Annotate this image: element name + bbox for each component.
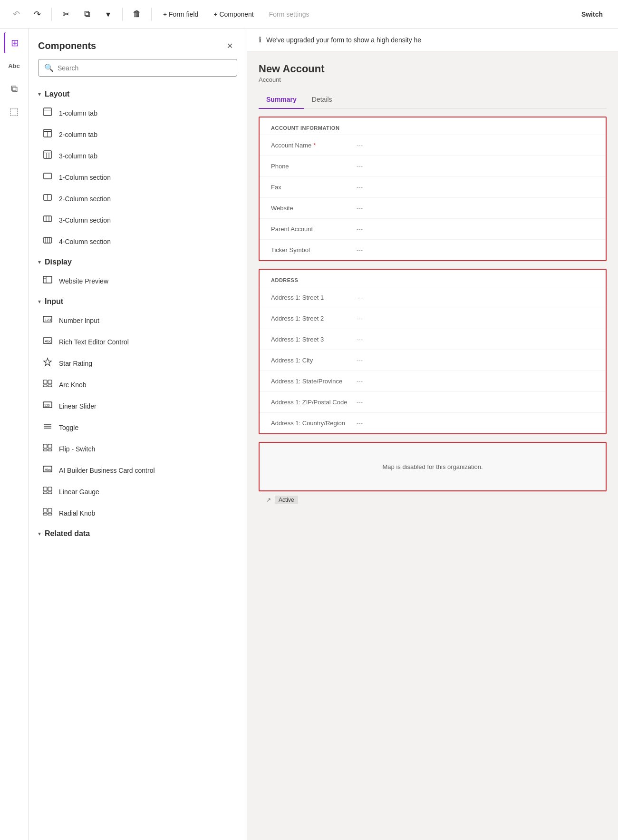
svg-text:123: 123 [44,404,50,407]
svg-rect-44 [43,492,47,494]
components-close-button[interactable]: ✕ [222,38,237,53]
display-section-header[interactable]: ▾ Display [38,252,237,270]
star-rating-label: Star Rating [59,360,92,367]
sidebar-item-components[interactable]: ⬚ [4,101,25,122]
field-city: Address 1: City --- [260,350,606,371]
component-3-column-section[interactable]: 3-Column section [38,209,237,231]
info-banner-text: We've upgraded your form to show a high … [266,36,421,44]
component-star-rating[interactable]: Star Rating [38,352,237,374]
form-title: New Account [259,63,607,75]
copy-button[interactable]: ⧉ [78,6,96,23]
delete-button[interactable]: 🗑 [128,6,145,23]
component-flip-switch[interactable]: Flip - Switch [38,438,237,459]
component-website-preview[interactable]: Website Preview [38,270,237,292]
input-section-title: Input [45,297,63,306]
radial-knob-icon [42,507,53,519]
component-linear-gauge[interactable]: Linear Gauge [38,481,237,502]
svg-rect-19 [43,276,52,283]
component-number-input[interactable]: 123 Number Input [38,310,237,331]
toggle-icon [42,421,53,433]
3-column-tab-label: 3-column tab [59,152,97,160]
toolbar: ↶ ↷ ✂ ⧉ ▾ 🗑 + Form field + Component For… [0,0,618,29]
svg-marker-26 [44,358,51,366]
component-3-column-tab[interactable]: 3-column tab [38,145,237,166]
undo-button[interactable]: ↶ [8,6,25,23]
field-street-1: Address 1: Street 1 --- [260,287,606,308]
3-column-section-label: 3-Column section [59,216,111,224]
arc-knob-icon [42,379,53,391]
component-arc-knob[interactable]: Arc Knob [38,374,237,395]
form-settings-button[interactable]: Form settings [263,8,315,21]
1-column-tab-icon [42,107,53,119]
linear-gauge-label: Linear Gauge [59,488,99,496]
svg-rect-45 [48,492,52,494]
field-account-name: Account Name* --- [260,135,606,156]
form-content: ℹ We've upgraded your form to show a hig… [247,29,618,840]
display-arrow-icon: ▾ [38,259,41,265]
related-data-section-title: Related data [45,529,90,538]
dropdown-button[interactable]: ▾ [99,6,116,23]
info-icon: ℹ [259,35,261,44]
2-column-section-label: 2-Column section [59,195,111,203]
4-column-section-icon [42,235,53,247]
arc-knob-label: Arc Knob [59,381,87,389]
svg-rect-1 [44,110,51,110]
form-subtitle: Account [259,76,607,83]
component-linear-slider[interactable]: 123 Linear Slider [38,395,237,417]
toolbar-divider-2 [122,8,123,21]
required-marker: * [313,142,316,149]
svg-rect-30 [48,385,52,387]
component-2-column-section[interactable]: 2-Column section [38,188,237,209]
svg-rect-42 [43,487,47,491]
1-column-section-icon [42,171,53,183]
layout-arrow-icon: ▾ [38,91,41,98]
address-section: ADDRESS Address 1: Street 1 --- Address … [259,269,607,434]
related-data-section-header[interactable]: ▾ Related data [38,524,237,542]
form-tabs: Summary Details [259,91,607,109]
component-ai-builder[interactable]: Abc AI Builder Business Card control [38,459,237,481]
component-button[interactable]: + Component [208,8,259,21]
component-1-column-tab[interactable]: 1-column tab [38,102,237,124]
svg-rect-47 [48,508,52,512]
related-data-arrow-icon: ▾ [38,530,41,537]
2-column-tab-icon [42,128,53,140]
external-link-icon: ↗ [266,497,271,503]
account-info-section: ACCOUNT INFORMATION Account Name* --- Ph… [259,117,607,261]
sidebar-icons: ⊞ Abc ⧉ ⬚ [0,29,29,840]
tab-details[interactable]: Details [304,91,340,109]
search-input[interactable] [58,64,231,72]
svg-rect-37 [48,444,52,448]
input-section-header[interactable]: ▾ Input [38,292,237,310]
status-bar: ↗ Active [259,491,607,508]
component-2-column-tab[interactable]: 2-column tab [38,124,237,145]
rich-text-icon: Abc [42,336,53,348]
layout-section-header[interactable]: ▾ Layout [38,84,237,102]
switch-button[interactable]: Switch [574,8,610,21]
flip-switch-icon [42,443,53,455]
number-input-label: Number Input [59,317,99,324]
component-1-column-section[interactable]: 1-Column section [38,166,237,188]
cut-button[interactable]: ✂ [58,6,75,23]
component-4-column-section[interactable]: 4-Column section [38,231,237,252]
components-title: Components [38,40,96,51]
svg-rect-6 [44,153,51,153]
component-toggle[interactable]: Toggle [38,417,237,438]
main-layout: ⊞ Abc ⧉ ⬚ Components ✕ 🔍 ▾ Layout [0,29,618,840]
linear-slider-icon: 123 [42,400,53,412]
sidebar-item-grid[interactable]: ⊞ [4,32,25,53]
form-field-button[interactable]: + Form field [157,8,204,21]
ai-builder-label: AI Builder Business Card control [59,467,155,474]
svg-rect-27 [43,380,47,384]
2-column-tab-label: 2-column tab [59,131,97,138]
field-zip: Address 1: ZIP/Postal Code --- [260,391,606,412]
svg-rect-28 [48,380,52,384]
sidebar-item-layers[interactable]: ⧉ [4,78,25,99]
component-radial-knob[interactable]: Radial Knob [38,502,237,524]
component-rich-text[interactable]: Abc Rich Text Editor Control [38,331,237,352]
tab-summary[interactable]: Summary [259,91,304,109]
star-rating-icon [42,357,53,369]
components-header: Components ✕ [29,29,247,59]
sidebar-item-text[interactable]: Abc [4,55,25,76]
toggle-label: Toggle [59,424,78,431]
redo-button[interactable]: ↷ [29,6,46,23]
